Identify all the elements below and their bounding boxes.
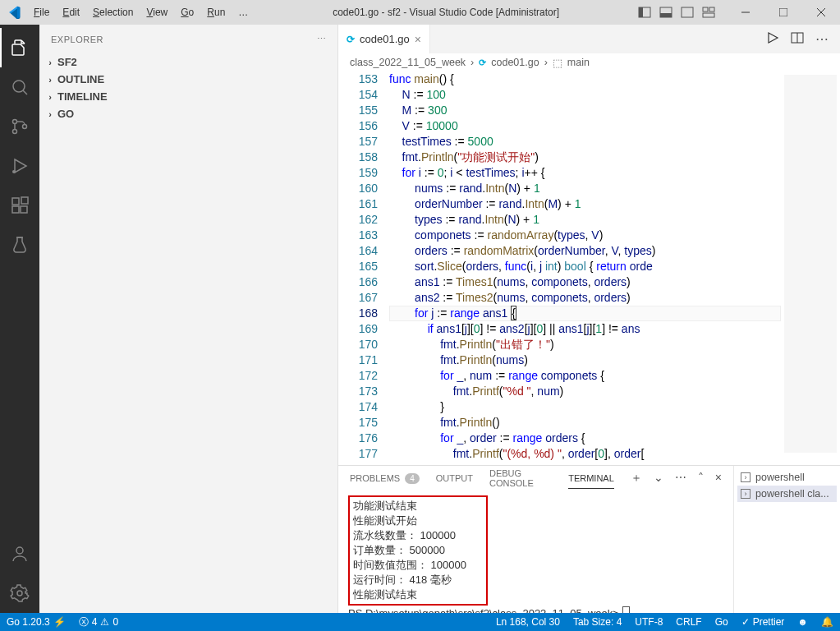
breadcrumb-folder[interactable]: class_2022_11_05_week — [350, 57, 466, 68]
tab-output[interactable]: OUTPUT — [436, 468, 473, 488]
vscode-logo-icon — [0, 6, 28, 19]
svg-point-24 — [16, 547, 23, 554]
svg-point-25 — [17, 591, 22, 596]
status-bar: Go 1.20.3⚡ ⓧ4 ⚠0 Ln 168, Col 30 Tab Size… — [0, 613, 840, 631]
settings-gear-icon[interactable] — [0, 573, 39, 613]
status-feedback-icon[interactable]: ☻ — [791, 616, 815, 628]
close-icon[interactable]: × — [415, 33, 421, 46]
status-language[interactable]: Go — [709, 616, 735, 628]
svg-rect-22 — [21, 197, 28, 204]
status-encoding[interactable]: UTF-8 — [628, 616, 669, 628]
minimap[interactable] — [781, 71, 840, 465]
terminal-highlighted-output: 功能测试结束性能测试开始流水线数量： 100000订单数量： 500000时间数… — [348, 495, 488, 606]
tab-terminal[interactable]: TERMINAL — [568, 468, 614, 489]
toggle-panel-right-icon[interactable] — [681, 6, 694, 19]
status-tab-size[interactable]: Tab Size: 4 — [567, 616, 628, 628]
bottom-panel: PROBLEMS4 OUTPUT DEBUG CONSOLE TERMINAL … — [338, 465, 840, 613]
status-prettier[interactable]: ✓Prettier — [735, 616, 792, 628]
source-control-icon[interactable] — [0, 107, 39, 146]
svg-point-14 — [13, 120, 17, 124]
menu-more[interactable]: … — [232, 3, 254, 21]
terminal-dropdown-icon[interactable]: ⌄ — [654, 471, 663, 486]
status-eol[interactable]: CRLF — [669, 616, 708, 628]
problems-count-badge: 4 — [405, 473, 420, 484]
window-controls — [727, 0, 840, 25]
editor-tabs: ⟳ code01.go × ⋯ — [338, 25, 840, 53]
svg-rect-6 — [709, 7, 714, 12]
menu-view[interactable]: View — [140, 3, 173, 21]
terminal-item-powershell-1[interactable]: ›powershell — [737, 469, 837, 486]
window-title: code01.go - sf2 - Visual Studio Code [Ad… — [254, 7, 638, 18]
menu-edit[interactable]: Edit — [57, 3, 85, 21]
close-panel-icon[interactable]: × — [715, 471, 722, 486]
svg-rect-21 — [21, 206, 27, 213]
go-file-icon: ⟳ — [479, 58, 486, 68]
svg-point-16 — [23, 125, 27, 129]
svg-point-18 — [12, 170, 16, 173]
check-icon: ✓ — [741, 616, 750, 628]
terminal-item-powershell-2[interactable]: ›powershell cla... — [737, 486, 837, 502]
svg-marker-26 — [769, 33, 778, 43]
lightning-icon: ⚡ — [53, 616, 66, 628]
split-editor-icon[interactable] — [791, 31, 804, 47]
svg-rect-1 — [639, 7, 643, 17]
sidebar-item-sf2[interactable]: ›SF2 — [39, 53, 337, 71]
breadcrumb-symbol[interactable]: main — [567, 57, 590, 68]
symbol-method-icon: ⬚ — [553, 57, 562, 69]
terminal-content[interactable]: 功能测试结束性能测试开始流水线数量： 100000订单数量： 500000时间数… — [338, 491, 733, 624]
breadcrumbs[interactable]: class_2022_11_05_week › ⟳ code01.go › ⬚ … — [338, 53, 840, 71]
svg-point-12 — [13, 81, 25, 92]
extensions-icon[interactable] — [0, 186, 39, 225]
accounts-icon[interactable] — [0, 534, 39, 573]
status-notifications-icon[interactable]: 🔔 — [815, 616, 840, 628]
sidebar-item-go[interactable]: ›GO — [39, 105, 337, 122]
explorer-title: EXPLORER — [51, 35, 103, 44]
sidebar-item-timeline[interactable]: ›TIMELINE — [39, 88, 337, 105]
run-debug-icon[interactable] — [0, 146, 39, 186]
layout-controls — [638, 6, 727, 19]
menu-go[interactable]: Go — [175, 3, 200, 21]
svg-rect-19 — [12, 198, 19, 205]
svg-rect-9 — [779, 8, 787, 16]
tab-debug-console[interactable]: DEBUG CONSOLE — [489, 463, 552, 493]
svg-marker-17 — [15, 159, 26, 173]
menu-run[interactable]: Run — [201, 3, 231, 21]
editor-body[interactable]: 1531541551561571581591601611621631641651… — [338, 71, 840, 465]
toggle-panel-bottom-icon[interactable] — [659, 6, 672, 19]
explorer-icon[interactable] — [0, 28, 39, 67]
terminal-list: ›powershell ›powershell cla... — [733, 466, 840, 613]
toggle-panel-left-icon[interactable] — [638, 6, 651, 19]
new-terminal-icon[interactable]: ＋ — [631, 471, 642, 486]
panel-more-icon[interactable]: ⋯ — [675, 471, 686, 486]
editor-more-icon[interactable]: ⋯ — [815, 31, 829, 47]
status-problems[interactable]: ⓧ4 ⚠0 — [72, 613, 125, 631]
code-content[interactable]: func main() { N := 100 M := 300 V := 100… — [389, 71, 781, 465]
tab-code01-go[interactable]: ⟳ code01.go × — [338, 25, 430, 53]
breadcrumb-file[interactable]: code01.go — [491, 57, 539, 68]
tab-label: code01.go — [360, 33, 410, 45]
close-button[interactable] — [802, 0, 840, 25]
maximize-panel-icon[interactable]: ˄ — [698, 471, 704, 486]
menu-selection[interactable]: Selection — [87, 3, 139, 21]
explorer-more-icon[interactable]: ⋯ — [317, 34, 327, 44]
svg-point-15 — [13, 130, 17, 134]
status-go-version[interactable]: Go 1.20.3⚡ — [0, 613, 72, 631]
search-icon[interactable] — [0, 67, 39, 107]
svg-rect-3 — [660, 13, 672, 17]
warning-icon: ⚠ — [100, 616, 109, 628]
chevron-right-icon: › — [44, 75, 56, 85]
tab-problems[interactable]: PROBLEMS4 — [350, 468, 420, 489]
editor-area: ⟳ code01.go × ⋯ class_2022_11_05_week › … — [338, 25, 840, 613]
run-file-icon[interactable] — [766, 31, 779, 47]
menu-bar: FFileile Edit Selection View Go Run … — [28, 3, 254, 21]
error-icon: ⓧ — [79, 615, 89, 629]
maximize-button[interactable] — [764, 0, 802, 25]
minimize-button[interactable] — [727, 0, 764, 25]
testing-icon[interactable] — [0, 225, 39, 265]
svg-rect-7 — [703, 13, 714, 17]
status-cursor-position[interactable]: Ln 168, Col 30 — [489, 616, 567, 628]
customize-layout-icon[interactable] — [702, 6, 715, 19]
chevron-right-icon: › — [470, 57, 474, 68]
sidebar-item-outline[interactable]: ›OUTLINE — [39, 71, 337, 88]
menu-file[interactable]: FFileile — [28, 3, 55, 21]
